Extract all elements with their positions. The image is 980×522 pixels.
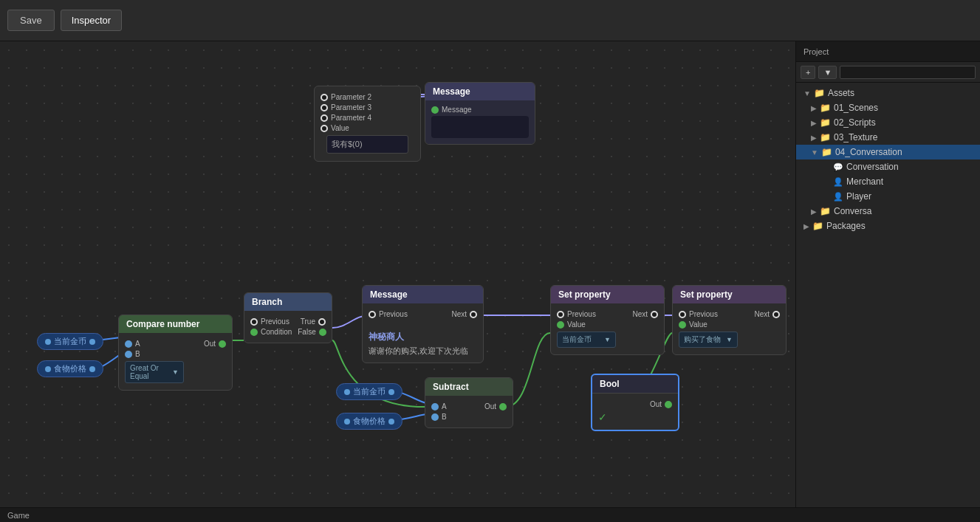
food1-port[interactable] <box>45 366 51 372</box>
tree-item-assets[interactable]: ▼ 📁 Assets <box>796 86 980 100</box>
tree-item-02scripts[interactable]: ▶ 📁 02_Scripts <box>796 115 980 130</box>
setprop1-node: Set property PreviousNext Value 当前金币▼ <box>550 285 665 355</box>
game-tab[interactable]: Game <box>7 511 30 520</box>
right-panel-header: Project <box>796 41 980 62</box>
message-top-header: Message <box>425 83 535 100</box>
setprop2-node: Set property PreviousNext Value 购买了食物▼ <box>672 285 787 355</box>
save-button[interactable]: Save <box>7 10 55 31</box>
param2-port[interactable] <box>321 94 328 101</box>
tree-item-01scenes[interactable]: ▶ 📁 01_Scenes <box>796 100 980 115</box>
message-main-node: Message PreviousNext 神秘商人 谢谢你的购买,欢迎下次光临 <box>362 285 484 363</box>
value-box: 我有$(0) <box>326 135 408 154</box>
sp1-prev-port[interactable] <box>557 311 564 318</box>
top-bar: Save Inspector <box>0 0 980 41</box>
add-button[interactable]: + <box>801 66 815 79</box>
msg-prev-port[interactable] <box>369 311 376 318</box>
setprop1-dropdown[interactable]: 当前金币▼ <box>557 332 616 348</box>
tree-item-player[interactable]: 👤 Player <box>796 189 980 204</box>
sub-b-port[interactable] <box>431 413 439 421</box>
coin1-out-port[interactable] <box>89 339 95 345</box>
message-top-content: Message <box>425 100 535 144</box>
curr-coin-pill-2: 当前金币 <box>336 383 402 400</box>
message-content: 神秘商人 谢谢你的购买,欢迎下次光临 <box>363 325 483 363</box>
food1-out-port[interactable] <box>89 366 95 372</box>
sp2-next-port[interactable] <box>772 311 780 318</box>
value-port[interactable] <box>321 125 328 132</box>
msg-next-port[interactable] <box>470 311 477 318</box>
sub-out-port[interactable] <box>499 403 507 411</box>
b-port[interactable] <box>125 351 132 358</box>
right-panel-toolbar: + ▼ <box>796 62 980 83</box>
a-port[interactable] <box>125 340 132 348</box>
food2-out-port[interactable] <box>388 419 394 425</box>
tree-item-merchant[interactable]: 👤 Merchant <box>796 174 980 189</box>
food-price-pill-2: 食物价格 <box>336 413 402 430</box>
sp1-next-port[interactable] <box>651 311 658 318</box>
bool-out-port[interactable] <box>665 401 672 408</box>
bool-header: Bool <box>592 375 678 394</box>
sp1-value-port[interactable] <box>557 321 564 329</box>
param3-port[interactable] <box>321 104 328 111</box>
branch-false-port[interactable] <box>319 329 326 336</box>
bool-node: Bool Out ✓ <box>591 374 679 431</box>
tree-item-04conversation[interactable]: ▼ 📁 04_Conversation <box>796 145 980 159</box>
tree-item-packages[interactable]: ▶ 📁 Packages <box>796 219 980 233</box>
out-port[interactable] <box>219 340 226 348</box>
compare-node: Compare number AOut B Great Or Equal▼ <box>118 315 233 391</box>
message-top-node: Message Message <box>425 82 535 145</box>
tree-item-conversation[interactable]: 💬 Conversation <box>796 159 980 174</box>
coin2-port[interactable] <box>344 389 350 395</box>
compare-header: Compare number <box>119 315 232 333</box>
message-main-header: Message <box>363 286 483 303</box>
curr-coin-pill-1: 当前金币 <box>37 333 103 350</box>
canvas-area[interactable]: Parameter 2 Parameter 3 Parameter 4 Valu… <box>0 41 795 507</box>
asset-tree: ▼ 📁 Assets ▶ 📁 01_Scenes ▶ 📁 02_Scripts … <box>796 83 980 507</box>
branch-true-port[interactable] <box>318 318 326 326</box>
sub-a-port[interactable] <box>431 403 439 411</box>
branch-cond-port[interactable] <box>250 329 258 336</box>
tree-item-03texture[interactable]: ▶ 📁 03_Texture <box>796 130 980 145</box>
sp2-value-port[interactable] <box>679 321 686 329</box>
subtract-node: Subtract AOut B <box>425 377 513 428</box>
message-top-inner <box>431 116 529 138</box>
coin1-port[interactable] <box>45 339 51 345</box>
setprop2-dropdown[interactable]: 购买了食物▼ <box>679 332 738 348</box>
bottom-bar: Game <box>0 507 980 522</box>
search-input[interactable] <box>840 66 976 79</box>
param-node: Parameter 2 Parameter 3 Parameter 4 Valu… <box>314 86 421 162</box>
food2-port[interactable] <box>344 419 350 425</box>
coin2-out-port[interactable] <box>388 389 394 395</box>
message-top-port[interactable] <box>431 106 439 114</box>
inspector-tab[interactable]: Inspector <box>61 10 122 31</box>
param4-port[interactable] <box>321 114 328 122</box>
compare-dropdown[interactable]: Great Or Equal▼ <box>125 361 184 383</box>
food-price-pill-1: 食物价格 <box>37 360 103 377</box>
setprop1-header: Set property <box>551 286 664 303</box>
branch-header: Branch <box>244 293 332 311</box>
sp2-prev-port[interactable] <box>679 311 686 318</box>
branch-node: Branch PreviousTrue ConditionFalse <box>244 292 332 343</box>
subtract-header: Subtract <box>425 378 513 396</box>
right-panel: Project + ▼ ▼ 📁 Assets ▶ 📁 01_Scenes ▶ 📁… <box>795 41 980 507</box>
branch-prev-port[interactable] <box>250 318 258 326</box>
main-layout: Parameter 2 Parameter 3 Parameter 4 Valu… <box>0 41 980 507</box>
tree-item-conversa[interactable]: ▶ 📁 Conversa <box>796 204 980 219</box>
more-button[interactable]: ▼ <box>818 66 837 79</box>
bool-check[interactable]: ✓ <box>598 411 607 423</box>
setprop2-header: Set property <box>673 286 786 303</box>
